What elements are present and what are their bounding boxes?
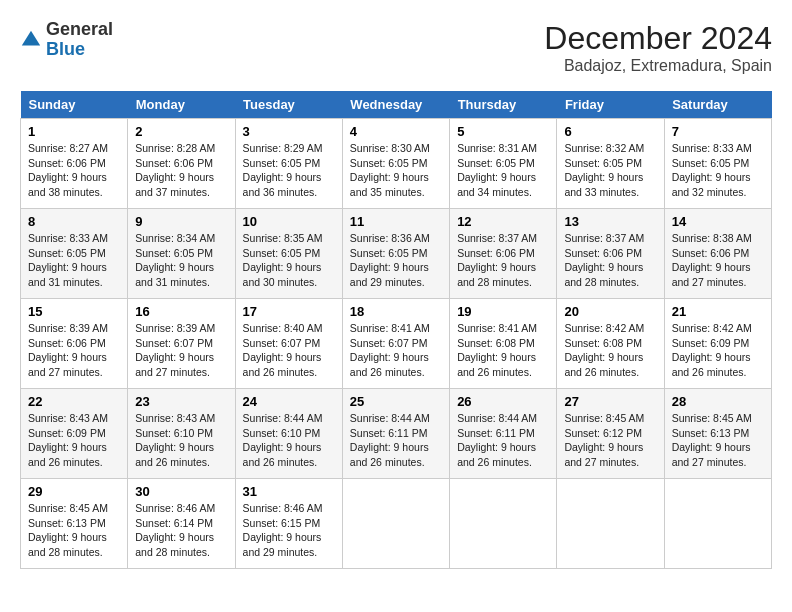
calendar-week-row: 8Sunrise: 8:33 AMSunset: 6:05 PMDaylight…	[21, 209, 772, 299]
day-details: Sunrise: 8:45 AMSunset: 6:12 PMDaylight:…	[564, 411, 656, 470]
day-details: Sunrise: 8:27 AMSunset: 6:06 PMDaylight:…	[28, 141, 120, 200]
table-row: 20Sunrise: 8:42 AMSunset: 6:08 PMDayligh…	[557, 299, 664, 389]
table-row: 28Sunrise: 8:45 AMSunset: 6:13 PMDayligh…	[664, 389, 771, 479]
col-friday: Friday	[557, 91, 664, 119]
table-row	[664, 479, 771, 569]
calendar-table: Sunday Monday Tuesday Wednesday Thursday…	[20, 91, 772, 569]
day-number: 1	[28, 124, 120, 139]
day-number: 5	[457, 124, 549, 139]
page-header: General Blue December 2024 Badajoz, Extr…	[20, 20, 772, 75]
day-number: 13	[564, 214, 656, 229]
svg-marker-0	[22, 31, 40, 46]
table-row: 21Sunrise: 8:42 AMSunset: 6:09 PMDayligh…	[664, 299, 771, 389]
day-details: Sunrise: 8:31 AMSunset: 6:05 PMDaylight:…	[457, 141, 549, 200]
day-number: 23	[135, 394, 227, 409]
day-details: Sunrise: 8:45 AMSunset: 6:13 PMDaylight:…	[672, 411, 764, 470]
day-details: Sunrise: 8:32 AMSunset: 6:05 PMDaylight:…	[564, 141, 656, 200]
day-details: Sunrise: 8:43 AMSunset: 6:10 PMDaylight:…	[135, 411, 227, 470]
day-details: Sunrise: 8:45 AMSunset: 6:13 PMDaylight:…	[28, 501, 120, 560]
table-row: 7Sunrise: 8:33 AMSunset: 6:05 PMDaylight…	[664, 119, 771, 209]
day-details: Sunrise: 8:36 AMSunset: 6:05 PMDaylight:…	[350, 231, 442, 290]
day-details: Sunrise: 8:39 AMSunset: 6:06 PMDaylight:…	[28, 321, 120, 380]
day-number: 27	[564, 394, 656, 409]
col-monday: Monday	[128, 91, 235, 119]
day-details: Sunrise: 8:33 AMSunset: 6:05 PMDaylight:…	[672, 141, 764, 200]
table-row: 2Sunrise: 8:28 AMSunset: 6:06 PMDaylight…	[128, 119, 235, 209]
table-row: 8Sunrise: 8:33 AMSunset: 6:05 PMDaylight…	[21, 209, 128, 299]
table-row: 17Sunrise: 8:40 AMSunset: 6:07 PMDayligh…	[235, 299, 342, 389]
day-number: 21	[672, 304, 764, 319]
day-number: 25	[350, 394, 442, 409]
table-row: 4Sunrise: 8:30 AMSunset: 6:05 PMDaylight…	[342, 119, 449, 209]
table-row: 13Sunrise: 8:37 AMSunset: 6:06 PMDayligh…	[557, 209, 664, 299]
day-number: 16	[135, 304, 227, 319]
table-row: 29Sunrise: 8:45 AMSunset: 6:13 PMDayligh…	[21, 479, 128, 569]
table-row: 27Sunrise: 8:45 AMSunset: 6:12 PMDayligh…	[557, 389, 664, 479]
table-row: 5Sunrise: 8:31 AMSunset: 6:05 PMDaylight…	[450, 119, 557, 209]
day-number: 17	[243, 304, 335, 319]
col-sunday: Sunday	[21, 91, 128, 119]
table-row: 25Sunrise: 8:44 AMSunset: 6:11 PMDayligh…	[342, 389, 449, 479]
table-row: 15Sunrise: 8:39 AMSunset: 6:06 PMDayligh…	[21, 299, 128, 389]
table-row: 23Sunrise: 8:43 AMSunset: 6:10 PMDayligh…	[128, 389, 235, 479]
day-number: 11	[350, 214, 442, 229]
day-details: Sunrise: 8:46 AMSunset: 6:15 PMDaylight:…	[243, 501, 335, 560]
logo-general: General	[46, 19, 113, 39]
day-number: 6	[564, 124, 656, 139]
day-number: 22	[28, 394, 120, 409]
table-row: 16Sunrise: 8:39 AMSunset: 6:07 PMDayligh…	[128, 299, 235, 389]
table-row: 9Sunrise: 8:34 AMSunset: 6:05 PMDaylight…	[128, 209, 235, 299]
table-row	[342, 479, 449, 569]
day-details: Sunrise: 8:41 AMSunset: 6:08 PMDaylight:…	[457, 321, 549, 380]
day-number: 4	[350, 124, 442, 139]
logo-icon	[20, 29, 42, 51]
day-number: 9	[135, 214, 227, 229]
table-row: 1Sunrise: 8:27 AMSunset: 6:06 PMDaylight…	[21, 119, 128, 209]
day-details: Sunrise: 8:43 AMSunset: 6:09 PMDaylight:…	[28, 411, 120, 470]
day-number: 3	[243, 124, 335, 139]
day-details: Sunrise: 8:46 AMSunset: 6:14 PMDaylight:…	[135, 501, 227, 560]
day-details: Sunrise: 8:41 AMSunset: 6:07 PMDaylight:…	[350, 321, 442, 380]
location: Badajoz, Extremadura, Spain	[544, 57, 772, 75]
day-number: 26	[457, 394, 549, 409]
day-details: Sunrise: 8:37 AMSunset: 6:06 PMDaylight:…	[457, 231, 549, 290]
table-row: 6Sunrise: 8:32 AMSunset: 6:05 PMDaylight…	[557, 119, 664, 209]
calendar-week-row: 29Sunrise: 8:45 AMSunset: 6:13 PMDayligh…	[21, 479, 772, 569]
day-number: 12	[457, 214, 549, 229]
day-number: 14	[672, 214, 764, 229]
table-row: 18Sunrise: 8:41 AMSunset: 6:07 PMDayligh…	[342, 299, 449, 389]
col-wednesday: Wednesday	[342, 91, 449, 119]
month-title: December 2024	[544, 20, 772, 57]
calendar-week-row: 22Sunrise: 8:43 AMSunset: 6:09 PMDayligh…	[21, 389, 772, 479]
day-details: Sunrise: 8:34 AMSunset: 6:05 PMDaylight:…	[135, 231, 227, 290]
day-details: Sunrise: 8:44 AMSunset: 6:11 PMDaylight:…	[350, 411, 442, 470]
table-row	[450, 479, 557, 569]
calendar-header-row: Sunday Monday Tuesday Wednesday Thursday…	[21, 91, 772, 119]
day-number: 2	[135, 124, 227, 139]
calendar-week-row: 1Sunrise: 8:27 AMSunset: 6:06 PMDaylight…	[21, 119, 772, 209]
col-tuesday: Tuesday	[235, 91, 342, 119]
table-row: 11Sunrise: 8:36 AMSunset: 6:05 PMDayligh…	[342, 209, 449, 299]
day-details: Sunrise: 8:29 AMSunset: 6:05 PMDaylight:…	[243, 141, 335, 200]
day-number: 24	[243, 394, 335, 409]
day-number: 20	[564, 304, 656, 319]
table-row: 30Sunrise: 8:46 AMSunset: 6:14 PMDayligh…	[128, 479, 235, 569]
day-details: Sunrise: 8:42 AMSunset: 6:08 PMDaylight:…	[564, 321, 656, 380]
day-details: Sunrise: 8:44 AMSunset: 6:10 PMDaylight:…	[243, 411, 335, 470]
table-row: 26Sunrise: 8:44 AMSunset: 6:11 PMDayligh…	[450, 389, 557, 479]
table-row: 10Sunrise: 8:35 AMSunset: 6:05 PMDayligh…	[235, 209, 342, 299]
col-saturday: Saturday	[664, 91, 771, 119]
day-details: Sunrise: 8:42 AMSunset: 6:09 PMDaylight:…	[672, 321, 764, 380]
day-number: 15	[28, 304, 120, 319]
table-row: 22Sunrise: 8:43 AMSunset: 6:09 PMDayligh…	[21, 389, 128, 479]
table-row: 31Sunrise: 8:46 AMSunset: 6:15 PMDayligh…	[235, 479, 342, 569]
day-details: Sunrise: 8:28 AMSunset: 6:06 PMDaylight:…	[135, 141, 227, 200]
day-number: 19	[457, 304, 549, 319]
day-number: 18	[350, 304, 442, 319]
table-row: 19Sunrise: 8:41 AMSunset: 6:08 PMDayligh…	[450, 299, 557, 389]
day-number: 28	[672, 394, 764, 409]
table-row: 3Sunrise: 8:29 AMSunset: 6:05 PMDaylight…	[235, 119, 342, 209]
table-row: 24Sunrise: 8:44 AMSunset: 6:10 PMDayligh…	[235, 389, 342, 479]
day-number: 30	[135, 484, 227, 499]
table-row: 12Sunrise: 8:37 AMSunset: 6:06 PMDayligh…	[450, 209, 557, 299]
